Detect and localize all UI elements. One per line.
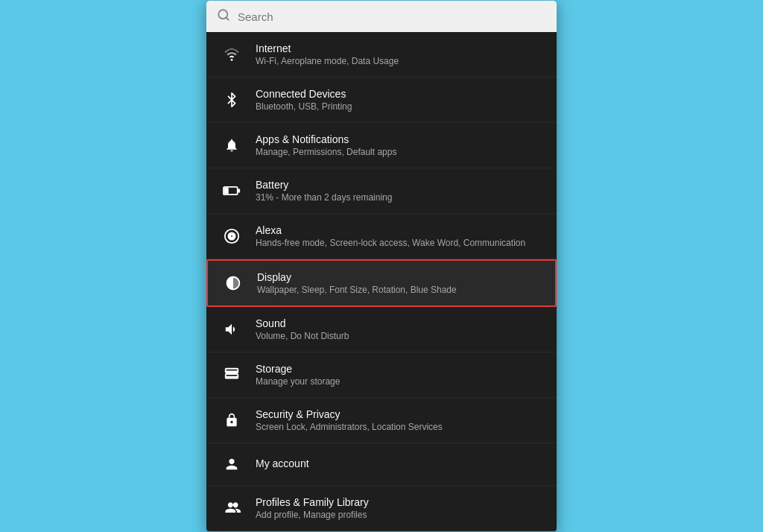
menu-item-battery[interactable]: Battery 31% - More than 2 days remaining: [206, 168, 557, 214]
menu-item-sound[interactable]: Sound Volume, Do Not Disturb: [206, 307, 557, 352]
security-privacy-subtitle: Screen Lock, Administrators, Location Se…: [256, 422, 443, 432]
menu-item-storage[interactable]: Storage Manage your storage: [206, 352, 557, 398]
storage-title: Storage: [256, 363, 340, 375]
menu-item-my-account[interactable]: My account: [206, 443, 557, 486]
menu-item-security-privacy[interactable]: Security & Privacy Screen Lock, Administ…: [206, 398, 557, 443]
bell-icon: [221, 135, 242, 156]
apps-notifications-title: Apps & Notifications: [256, 133, 396, 145]
internet-title: Internet: [256, 42, 399, 54]
connected-devices-text: Connected Devices Bluetooth, USB, Printi…: [256, 88, 352, 112]
connected-devices-title: Connected Devices: [256, 88, 352, 100]
security-privacy-title: Security & Privacy: [256, 408, 443, 420]
display-title: Display: [257, 271, 457, 283]
sound-subtitle: Volume, Do Not Disturb: [256, 331, 349, 341]
display-text: Display Wallpaper, Sleep, Font Size, Rot…: [257, 271, 457, 295]
svg-rect-5: [224, 188, 229, 194]
battery-subtitle: 31% - More than 2 days remaining: [256, 192, 392, 203]
svg-line-1: [226, 17, 228, 19]
profiles-family-subtitle: Add profile, Manage profiles: [256, 510, 369, 520]
menu-item-connected-devices[interactable]: Connected Devices Bluetooth, USB, Printi…: [206, 77, 557, 123]
menu-list: Internet Wi-Fi, Aeroplane mode, Data Usa…: [206, 32, 557, 531]
menu-item-internet[interactable]: Internet Wi-Fi, Aeroplane mode, Data Usa…: [206, 32, 557, 77]
internet-text: Internet Wi-Fi, Aeroplane mode, Data Usa…: [256, 42, 399, 66]
storage-subtitle: Manage your storage: [256, 376, 340, 387]
bluetooth-icon: [221, 89, 242, 110]
lock-icon: [221, 410, 242, 431]
menu-item-apps-notifications[interactable]: Apps & Notifications Manage, Permissions…: [206, 123, 557, 168]
search-input[interactable]: [238, 10, 546, 23]
battery-icon: [221, 180, 242, 201]
display-subtitle: Wallpaper, Sleep, Font Size, Rotation, B…: [257, 285, 457, 295]
svg-point-2: [231, 59, 233, 61]
search-icon: [217, 8, 230, 25]
alexa-subtitle: Hands-free mode, Screen-lock access, Wak…: [256, 238, 525, 248]
alexa-icon: [221, 226, 242, 247]
my-account-title: My account: [256, 457, 309, 469]
connected-devices-subtitle: Bluetooth, USB, Printing: [256, 101, 352, 112]
search-bar: [206, 1, 557, 32]
menu-item-display[interactable]: Display Wallpaper, Sleep, Font Size, Rot…: [206, 259, 557, 307]
my-account-text: My account: [256, 457, 309, 471]
sound-icon: [221, 319, 242, 340]
svg-point-8: [230, 235, 233, 238]
wifi-icon: [221, 44, 242, 65]
alexa-text: Alexa Hands-free mode, Screen-lock acces…: [256, 224, 525, 248]
menu-item-alexa[interactable]: Alexa Hands-free mode, Screen-lock acces…: [206, 214, 557, 259]
sound-text: Sound Volume, Do Not Disturb: [256, 317, 349, 341]
battery-text: Battery 31% - More than 2 days remaining: [256, 179, 392, 203]
storage-icon: [221, 364, 242, 385]
settings-panel: Internet Wi-Fi, Aeroplane mode, Data Usa…: [206, 1, 557, 531]
display-icon: [223, 273, 244, 294]
person-icon: [221, 454, 242, 475]
storage-text: Storage Manage your storage: [256, 363, 340, 387]
menu-item-profiles-family[interactable]: Profiles & Family Library Add profile, M…: [206, 486, 557, 531]
svg-rect-4: [238, 189, 240, 192]
sound-title: Sound: [256, 317, 349, 329]
apps-notifications-text: Apps & Notifications Manage, Permissions…: [256, 133, 396, 157]
security-privacy-text: Security & Privacy Screen Lock, Administ…: [256, 408, 443, 432]
alexa-title: Alexa: [256, 224, 525, 236]
group-icon: [221, 498, 242, 519]
apps-notifications-subtitle: Manage, Permissions, Default apps: [256, 147, 396, 157]
internet-subtitle: Wi-Fi, Aeroplane mode, Data Usage: [256, 56, 399, 66]
profiles-family-title: Profiles & Family Library: [256, 496, 369, 508]
battery-title: Battery: [256, 179, 392, 191]
profiles-family-text: Profiles & Family Library Add profile, M…: [256, 496, 369, 520]
